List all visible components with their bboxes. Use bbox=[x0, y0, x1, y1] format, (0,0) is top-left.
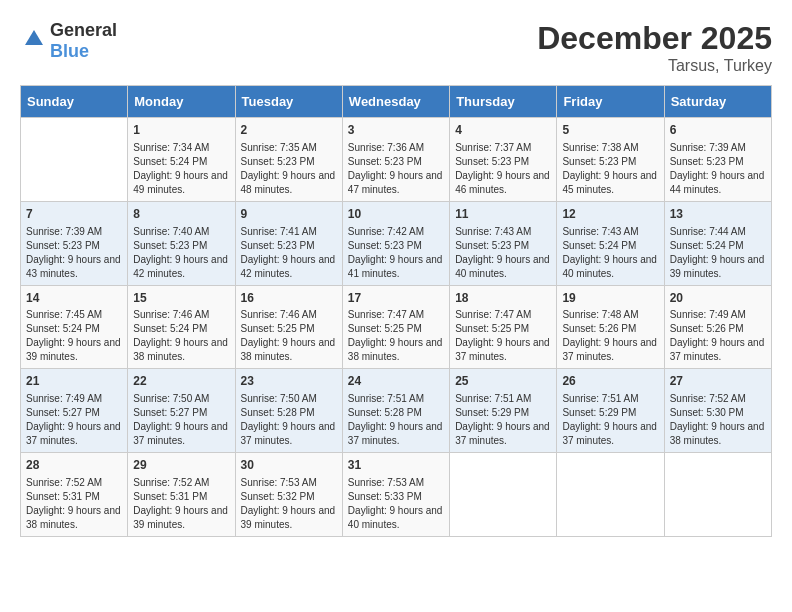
logo-blue-text: Blue bbox=[50, 41, 89, 61]
day-daylight: Daylight: 9 hours and 47 minutes. bbox=[348, 169, 444, 197]
day-info: Sunrise: 7:39 AM bbox=[26, 225, 122, 239]
day-daylight: Daylight: 9 hours and 46 minutes. bbox=[455, 169, 551, 197]
day-number: 9 bbox=[241, 206, 337, 223]
day-number: 21 bbox=[26, 373, 122, 390]
calendar-cell: 6Sunrise: 7:39 AMSunset: 5:23 PMDaylight… bbox=[664, 118, 771, 202]
day-sunset: Sunset: 5:31 PM bbox=[26, 490, 122, 504]
day-number: 16 bbox=[241, 290, 337, 307]
day-daylight: Daylight: 9 hours and 39 minutes. bbox=[670, 253, 766, 281]
day-number: 20 bbox=[670, 290, 766, 307]
calendar-week-1: 1Sunrise: 7:34 AMSunset: 5:24 PMDaylight… bbox=[21, 118, 772, 202]
calendar-cell: 18Sunrise: 7:47 AMSunset: 5:25 PMDayligh… bbox=[450, 285, 557, 369]
day-daylight: Daylight: 9 hours and 42 minutes. bbox=[133, 253, 229, 281]
calendar-cell: 7Sunrise: 7:39 AMSunset: 5:23 PMDaylight… bbox=[21, 201, 128, 285]
day-daylight: Daylight: 9 hours and 49 minutes. bbox=[133, 169, 229, 197]
day-daylight: Daylight: 9 hours and 38 minutes. bbox=[348, 336, 444, 364]
day-daylight: Daylight: 9 hours and 44 minutes. bbox=[670, 169, 766, 197]
calendar-table: SundayMondayTuesdayWednesdayThursdayFrid… bbox=[20, 85, 772, 537]
day-daylight: Daylight: 9 hours and 48 minutes. bbox=[241, 169, 337, 197]
day-sunset: Sunset: 5:23 PM bbox=[133, 239, 229, 253]
day-header-monday: Monday bbox=[128, 86, 235, 118]
day-info: Sunrise: 7:43 AM bbox=[455, 225, 551, 239]
day-sunset: Sunset: 5:23 PM bbox=[670, 155, 766, 169]
day-sunset: Sunset: 5:30 PM bbox=[670, 406, 766, 420]
day-info: Sunrise: 7:35 AM bbox=[241, 141, 337, 155]
day-number: 18 bbox=[455, 290, 551, 307]
day-info: Sunrise: 7:44 AM bbox=[670, 225, 766, 239]
day-info: Sunrise: 7:50 AM bbox=[133, 392, 229, 406]
calendar-cell: 2Sunrise: 7:35 AMSunset: 5:23 PMDaylight… bbox=[235, 118, 342, 202]
calendar-cell: 3Sunrise: 7:36 AMSunset: 5:23 PMDaylight… bbox=[342, 118, 449, 202]
calendar-cell: 22Sunrise: 7:50 AMSunset: 5:27 PMDayligh… bbox=[128, 369, 235, 453]
day-daylight: Daylight: 9 hours and 40 minutes. bbox=[348, 504, 444, 532]
calendar-cell: 27Sunrise: 7:52 AMSunset: 5:30 PMDayligh… bbox=[664, 369, 771, 453]
day-info: Sunrise: 7:52 AM bbox=[670, 392, 766, 406]
calendar-cell bbox=[664, 453, 771, 537]
day-info: Sunrise: 7:53 AM bbox=[241, 476, 337, 490]
day-number: 6 bbox=[670, 122, 766, 139]
logo-icon bbox=[22, 27, 46, 51]
calendar-cell: 28Sunrise: 7:52 AMSunset: 5:31 PMDayligh… bbox=[21, 453, 128, 537]
day-daylight: Daylight: 9 hours and 38 minutes. bbox=[670, 420, 766, 448]
day-info: Sunrise: 7:53 AM bbox=[348, 476, 444, 490]
day-sunset: Sunset: 5:23 PM bbox=[26, 239, 122, 253]
day-sunset: Sunset: 5:28 PM bbox=[348, 406, 444, 420]
day-sunset: Sunset: 5:26 PM bbox=[670, 322, 766, 336]
calendar-cell bbox=[450, 453, 557, 537]
day-info: Sunrise: 7:38 AM bbox=[562, 141, 658, 155]
day-sunset: Sunset: 5:27 PM bbox=[26, 406, 122, 420]
calendar-cell: 1Sunrise: 7:34 AMSunset: 5:24 PMDaylight… bbox=[128, 118, 235, 202]
day-sunset: Sunset: 5:23 PM bbox=[241, 239, 337, 253]
day-info: Sunrise: 7:40 AM bbox=[133, 225, 229, 239]
day-info: Sunrise: 7:50 AM bbox=[241, 392, 337, 406]
day-sunset: Sunset: 5:33 PM bbox=[348, 490, 444, 504]
day-number: 2 bbox=[241, 122, 337, 139]
day-info: Sunrise: 7:46 AM bbox=[133, 308, 229, 322]
day-info: Sunrise: 7:49 AM bbox=[26, 392, 122, 406]
calendar-week-4: 21Sunrise: 7:49 AMSunset: 5:27 PMDayligh… bbox=[21, 369, 772, 453]
day-number: 17 bbox=[348, 290, 444, 307]
day-info: Sunrise: 7:47 AM bbox=[455, 308, 551, 322]
calendar-cell: 23Sunrise: 7:50 AMSunset: 5:28 PMDayligh… bbox=[235, 369, 342, 453]
day-number: 22 bbox=[133, 373, 229, 390]
day-daylight: Daylight: 9 hours and 37 minutes. bbox=[670, 336, 766, 364]
day-number: 12 bbox=[562, 206, 658, 223]
day-daylight: Daylight: 9 hours and 38 minutes. bbox=[26, 504, 122, 532]
day-info: Sunrise: 7:52 AM bbox=[26, 476, 122, 490]
day-number: 29 bbox=[133, 457, 229, 474]
day-number: 19 bbox=[562, 290, 658, 307]
day-sunset: Sunset: 5:31 PM bbox=[133, 490, 229, 504]
day-number: 11 bbox=[455, 206, 551, 223]
day-number: 7 bbox=[26, 206, 122, 223]
day-sunset: Sunset: 5:25 PM bbox=[455, 322, 551, 336]
day-sunset: Sunset: 5:23 PM bbox=[348, 155, 444, 169]
calendar-cell: 14Sunrise: 7:45 AMSunset: 5:24 PMDayligh… bbox=[21, 285, 128, 369]
day-sunset: Sunset: 5:24 PM bbox=[133, 322, 229, 336]
day-info: Sunrise: 7:41 AM bbox=[241, 225, 337, 239]
day-info: Sunrise: 7:43 AM bbox=[562, 225, 658, 239]
day-number: 3 bbox=[348, 122, 444, 139]
location-title: Tarsus, Turkey bbox=[537, 57, 772, 75]
day-number: 28 bbox=[26, 457, 122, 474]
calendar-cell: 30Sunrise: 7:53 AMSunset: 5:32 PMDayligh… bbox=[235, 453, 342, 537]
day-number: 30 bbox=[241, 457, 337, 474]
day-daylight: Daylight: 9 hours and 37 minutes. bbox=[562, 420, 658, 448]
day-info: Sunrise: 7:48 AM bbox=[562, 308, 658, 322]
day-sunset: Sunset: 5:29 PM bbox=[562, 406, 658, 420]
day-number: 13 bbox=[670, 206, 766, 223]
day-info: Sunrise: 7:46 AM bbox=[241, 308, 337, 322]
day-sunset: Sunset: 5:24 PM bbox=[562, 239, 658, 253]
day-daylight: Daylight: 9 hours and 40 minutes. bbox=[562, 253, 658, 281]
day-info: Sunrise: 7:37 AM bbox=[455, 141, 551, 155]
day-number: 23 bbox=[241, 373, 337, 390]
day-daylight: Daylight: 9 hours and 37 minutes. bbox=[241, 420, 337, 448]
day-header-tuesday: Tuesday bbox=[235, 86, 342, 118]
day-daylight: Daylight: 9 hours and 40 minutes. bbox=[455, 253, 551, 281]
day-daylight: Daylight: 9 hours and 37 minutes. bbox=[455, 420, 551, 448]
day-sunset: Sunset: 5:23 PM bbox=[241, 155, 337, 169]
day-number: 24 bbox=[348, 373, 444, 390]
calendar-header-row: SundayMondayTuesdayWednesdayThursdayFrid… bbox=[21, 86, 772, 118]
calendar-cell: 29Sunrise: 7:52 AMSunset: 5:31 PMDayligh… bbox=[128, 453, 235, 537]
logo-general-text: General bbox=[50, 20, 117, 40]
day-daylight: Daylight: 9 hours and 37 minutes. bbox=[348, 420, 444, 448]
